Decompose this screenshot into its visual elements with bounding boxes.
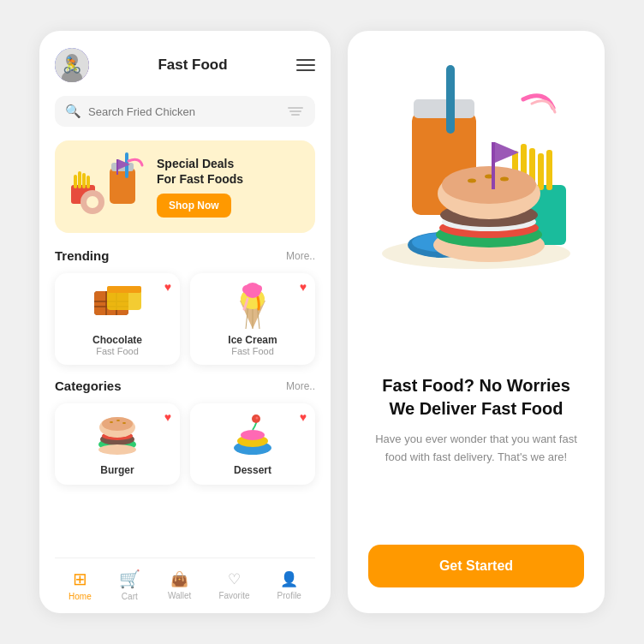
chocolate-image <box>87 282 147 329</box>
search-input[interactable] <box>88 105 279 118</box>
profile-icon: 👤 <box>280 570 298 588</box>
svg-rect-52 <box>546 150 552 190</box>
search-icon: 🔍 <box>65 104 81 119</box>
svg-rect-68 <box>492 142 495 189</box>
svg-point-37 <box>110 421 113 423</box>
heart-icon-chocolate[interactable]: ♥ <box>164 280 171 294</box>
svg-rect-6 <box>78 171 81 188</box>
cart-icon: 🛒 <box>119 569 140 589</box>
svg-point-43 <box>241 430 265 440</box>
menu-icon[interactable] <box>296 59 315 71</box>
header-title: Fast Food <box>158 57 227 74</box>
search-bar[interactable]: 🔍 <box>55 96 315 127</box>
nav-profile[interactable]: 👤 Profile <box>277 570 301 600</box>
chocolate-name: Chocolate <box>92 334 142 346</box>
banner-illustration <box>67 152 148 221</box>
trending-item-chocolate[interactable]: ♥ Chocolate Fa <box>55 273 180 365</box>
favorite-icon: ♡ <box>228 570 241 588</box>
trending-grid: ♥ Chocolate Fa <box>55 273 315 365</box>
categories-title: Categories <box>55 379 122 393</box>
burger-image <box>87 412 147 459</box>
heart-icon-dessert[interactable]: ♥ <box>300 410 307 424</box>
right-panel: Fast Food? No WorriesWe Deliver Fast Foo… <box>348 31 605 613</box>
hero-text-block: Fast Food? No WorriesWe Deliver Fast Foo… <box>375 374 577 467</box>
filter-icon[interactable] <box>286 105 305 117</box>
nav-cart-label: Cart <box>122 592 138 601</box>
nav-wallet[interactable]: 👜 Wallet <box>168 570 191 600</box>
icecream-name: Ice Cream <box>228 334 277 346</box>
svg-rect-14 <box>116 159 118 175</box>
dessert-image <box>223 412 283 459</box>
shop-now-button[interactable]: Shop Now <box>157 194 231 218</box>
heart-icon-burger[interactable]: ♥ <box>164 410 171 424</box>
hero-heading: Fast Food? No WorriesWe Deliver Fast Foo… <box>375 374 577 420</box>
nav-favorite-label: Favorite <box>218 591 249 600</box>
svg-rect-23 <box>107 286 141 293</box>
trending-item-icecream[interactable]: ♥ <box>190 273 315 365</box>
svg-point-67 <box>500 177 509 182</box>
nav-home-label: Home <box>69 592 92 601</box>
svg-rect-54 <box>414 99 474 118</box>
svg-rect-51 <box>538 153 544 190</box>
nav-wallet-label: Wallet <box>168 591 191 600</box>
svg-rect-5 <box>74 175 77 188</box>
svg-point-39 <box>122 422 126 424</box>
svg-point-65 <box>468 179 476 183</box>
bottom-navigation: ⊞ Home 🛒 Cart 👜 Wallet ♡ Favorite 👤 Prof… <box>55 558 315 613</box>
nav-profile-label: Profile <box>277 591 301 600</box>
hero-subtext: Have you ever wonder that you want fastf… <box>375 431 577 467</box>
svg-point-36 <box>102 417 133 431</box>
svg-point-30 <box>242 285 251 294</box>
trending-section-header: Trending More.. <box>55 248 315 263</box>
wallet-icon: 👜 <box>170 570 188 588</box>
svg-text:🚴: 🚴 <box>63 56 82 75</box>
svg-rect-7 <box>82 173 86 188</box>
svg-point-40 <box>98 444 136 455</box>
svg-rect-8 <box>86 176 90 188</box>
svg-point-13 <box>86 196 98 208</box>
chocolate-type: Fast Food <box>96 346 139 356</box>
banner-text: Special DealsFor Fast Foods Shop Now <box>157 156 303 218</box>
svg-rect-9 <box>110 168 135 204</box>
nav-favorite[interactable]: ♡ Favorite <box>218 570 249 600</box>
app-header: 🚴 Fast Food <box>55 48 315 82</box>
heart-icon-icecream[interactable]: ♥ <box>300 280 307 294</box>
dessert-name: Dessert <box>234 464 271 476</box>
hero-illustration <box>365 57 587 296</box>
svg-point-45 <box>255 417 258 420</box>
promo-banner: Special DealsFor Fast Foods Shop Now <box>55 140 315 233</box>
icecream-image <box>223 282 283 329</box>
left-panel: 🚴 Fast Food 🔍 <box>39 31 331 613</box>
categories-section-header: Categories More.. <box>55 379 315 393</box>
icecream-type: Fast Food <box>231 346 274 356</box>
trending-title: Trending <box>55 248 109 263</box>
categories-grid: ♥ <box>55 403 315 485</box>
category-burger[interactable]: ♥ <box>55 403 180 485</box>
svg-point-64 <box>442 166 536 204</box>
banner-title: Special DealsFor Fast Foods <box>157 156 303 187</box>
burger-name: Burger <box>100 464 134 476</box>
get-started-button[interactable]: Get Started <box>368 545 584 587</box>
avatar[interactable]: 🚴 <box>55 48 89 82</box>
nav-cart[interactable]: 🛒 Cart <box>119 569 140 601</box>
svg-rect-55 <box>446 65 455 134</box>
category-dessert[interactable]: ♥ Dessert <box>190 403 315 485</box>
svg-point-31 <box>255 285 262 292</box>
nav-home[interactable]: ⊞ Home <box>69 569 92 601</box>
svg-point-38 <box>116 420 120 421</box>
home-icon: ⊞ <box>73 569 87 589</box>
categories-more-link[interactable]: More.. <box>286 380 315 392</box>
app-container: 🚴 Fast Food 🔍 <box>0 0 644 644</box>
trending-more-link[interactable]: More.. <box>286 250 315 262</box>
